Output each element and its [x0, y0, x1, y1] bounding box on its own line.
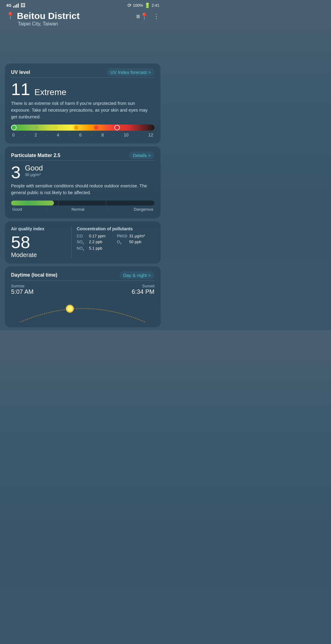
pollutant-o3: O3 50 ppb [117, 240, 154, 245]
uv-number: 11 [11, 81, 30, 98]
sun-arc-svg [11, 298, 154, 322]
uv-slider-track [11, 125, 154, 131]
pollutant-co-value: 0.17 ppm [89, 234, 105, 238]
pollutant-co: CO 0.17 ppm [77, 234, 114, 238]
uv-value-row: 11 Extreme [11, 81, 154, 98]
header: 📍 Beitou District Taipei City, Taiwan ≡📍… [0, 10, 166, 30]
pollutant-so2-value: 2.2 ppb [89, 240, 102, 244]
header-icons: ≡📍 ⋮ [136, 13, 159, 21]
pollutant-o3-name: O3 [117, 240, 128, 245]
uv-label-10: 10 [124, 132, 129, 137]
day-night-label: Day & night [123, 273, 147, 278]
uv-divider [11, 77, 154, 78]
pm-divider [11, 160, 154, 161]
battery-text: 100% [133, 3, 143, 8]
pm-section: Particulate Matter 2.5 Details > 3 Good … [5, 147, 161, 218]
pollutant-no2: NO2 5.1 ppb [77, 246, 114, 251]
pm-label-normal: Normal [71, 207, 84, 212]
uv-description: There is an extreme risk of harm if you'… [11, 100, 154, 120]
location-subtitle: Taipei City, Taiwan [18, 21, 80, 27]
carrier-text: 4G [6, 3, 11, 8]
uv-label-8: 8 [101, 132, 104, 137]
sunrise-sunset-row: Sunrise 5:07 AM Sunset 6:34 PM [11, 284, 154, 295]
sunset-time: 6:34 PM [132, 288, 154, 295]
daytime-section: Daytime (local time) Day & night > Sunri… [5, 266, 161, 327]
status-bar: 4G 🖼 ⟳ 100% 🔋 2:41 [0, 0, 166, 10]
uv-label-0: 0 [12, 132, 15, 137]
pm-description: People with sensitive conditions should … [11, 183, 154, 196]
status-left: 4G 🖼 [6, 3, 25, 8]
pollutants-grid: CO 0.17 ppm PM10 31 μg/m³ SO2 2.2 ppb O3… [77, 234, 154, 251]
uv-section: UV level UV Index forecast > 11 Extreme … [5, 63, 161, 144]
aq-value: 58 [11, 234, 67, 251]
battery-icon: 🔋 [144, 2, 150, 8]
uv-scale-labels: 0 · 2 · 4 · 6 · 8 · 10 · 12 [11, 131, 154, 137]
location-title: Beitou District [17, 11, 80, 21]
uv-section-header: UV level UV Index forecast > [11, 68, 154, 76]
pollutants-panel: Concentration of pollutants CO 0.17 ppm … [72, 226, 154, 259]
aq-label: Moderate [11, 251, 67, 259]
air-quality-section: Air quality index 58 Moderate Concentrat… [5, 221, 161, 263]
pm-label-good: Good [12, 207, 22, 212]
sun-arc-container [11, 298, 154, 322]
rotate-icon: ⟳ [127, 2, 131, 8]
sunrise-time: 5:07 AM [11, 288, 33, 295]
pm-bar-track [11, 201, 154, 205]
uv-section-title: UV level [11, 70, 30, 75]
pollutant-pm10: PM10 31 μg/m³ [117, 234, 154, 238]
uv-label-12: 12 [148, 132, 153, 137]
pm-section-title: Particulate Matter 2.5 [11, 153, 60, 158]
uv-label-2: 2 [35, 132, 37, 137]
pollutant-pm10-value: 31 μg/m³ [129, 234, 145, 238]
pollutant-no2-value: 5.1 ppb [89, 246, 102, 251]
uv-label-6: 6 [79, 132, 82, 137]
daytime-divider [11, 280, 154, 281]
time-text: 2:41 [152, 3, 159, 8]
sunrise-info: Sunrise 5:07 AM [11, 284, 33, 295]
pm-good-label: Good [25, 164, 43, 172]
pm-label-col: Good 30 μg/m³ [25, 164, 43, 178]
signal-icon [13, 3, 19, 8]
daytime-header: Daytime (local time) Day & night > [11, 271, 154, 279]
menu-icon[interactable]: ⋮ [153, 13, 159, 21]
pm-number: 3 [11, 164, 21, 181]
day-night-chevron: > [148, 273, 151, 278]
pollutant-co-name: CO [77, 234, 88, 238]
pollutant-so2-name: SO2 [77, 240, 88, 245]
sunset-label: Sunset [132, 284, 154, 288]
pollutant-pm10-name: PM10 [117, 234, 128, 238]
pm-label-dangerous: Dangerous [134, 207, 153, 212]
svg-point-2 [67, 306, 73, 312]
image-icon: 🖼 [21, 3, 25, 8]
pollutant-no2-name: NO2 [77, 246, 88, 251]
pm-bar-labels: Good · Normal · Dangerous [11, 205, 154, 212]
location-info: 📍 Beitou District Taipei City, Taiwan [6, 11, 80, 27]
aq-title: Air quality index [11, 226, 67, 231]
uv-extreme-label: Extreme [34, 87, 66, 97]
pm-value-row: 3 Good 30 μg/m³ [11, 164, 154, 181]
pollutant-so2: SO2 2.2 ppb [77, 240, 114, 245]
weather-background [0, 30, 166, 60]
air-quality-index-panel: Air quality index 58 Moderate [11, 226, 72, 259]
pm-details-link[interactable]: Details > [129, 151, 154, 159]
pm-unit: 30 μg/m³ [25, 172, 43, 177]
pm-section-header: Particulate Matter 2.5 Details > [11, 151, 154, 159]
uv-forecast-link[interactable]: UV Index forecast > [107, 68, 154, 76]
day-night-link[interactable]: Day & night > [120, 271, 154, 279]
sunset-info: Sunset 6:34 PM [132, 284, 154, 295]
pollutants-title: Concentration of pollutants [77, 226, 154, 231]
pollutant-o3-value: 50 ppb [129, 240, 141, 244]
uv-current-marker [114, 125, 120, 130]
daytime-title: Daytime (local time) [11, 272, 57, 278]
pm-bar: Good · Normal · Dangerous [11, 201, 154, 212]
location-name: 📍 Beitou District [6, 11, 80, 21]
pin-icon: 📍 [6, 12, 14, 20]
uv-forecast-chevron: > [148, 70, 151, 75]
uv-slider: 0 · 2 · 4 · 6 · 8 · 10 · 12 [11, 125, 154, 137]
pm-details-chevron: > [148, 153, 151, 158]
location-list-icon[interactable]: ≡📍 [136, 13, 148, 21]
status-right: ⟳ 100% 🔋 2:41 [127, 2, 159, 8]
pm-bar-fill [11, 201, 54, 205]
pm-details-label: Details [133, 153, 147, 158]
sunrise-label: Sunrise [11, 284, 33, 288]
